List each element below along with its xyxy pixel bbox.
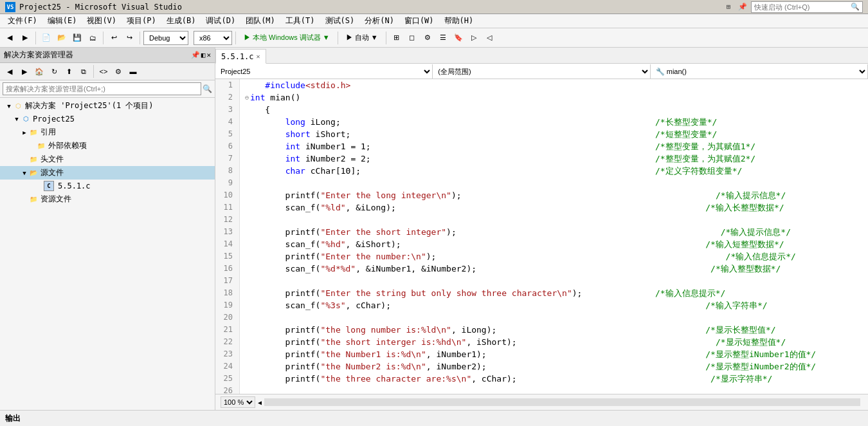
code-line-20 <box>245 311 863 324</box>
toolbar-undo-btn[interactable]: ↩ <box>107 31 121 45</box>
ln-17: 17 <box>215 275 236 287</box>
toolbar-save-all-btn[interactable]: 🗂 <box>86 31 100 45</box>
menu-build[interactable]: 生成(B) <box>161 14 201 28</box>
se-search-icon[interactable]: 🔍 <box>203 84 212 93</box>
se-sep-1 <box>93 65 94 78</box>
toolbar-fwd-btn[interactable]: ▶ <box>18 31 32 45</box>
code-line-22: printf("the short interger is:%hd\n", iS… <box>245 336 863 348</box>
project-nav-select[interactable]: Project25 <box>215 64 433 79</box>
toolbar-open-btn[interactable]: 📂 <box>55 31 69 45</box>
menu-window[interactable]: 窗口(W) <box>399 14 439 28</box>
scroll-left-btn[interactable]: ◀ <box>258 399 262 406</box>
ln-18: 18 <box>215 287 236 299</box>
bottom-bar: 100 % 75 % 125 % 150 % ◀ <box>215 394 868 410</box>
se-back-btn[interactable]: ◀ <box>3 64 17 79</box>
tree-file-551c[interactable]: C 5.5.1.c <box>0 180 215 192</box>
attach-btn[interactable]: ▶ 自动 ▼ <box>341 31 383 45</box>
filter-icon[interactable]: ⊞ <box>723 1 734 13</box>
pin-icon[interactable]: 📌 <box>737 1 748 13</box>
references-icon: 📁 <box>28 127 39 138</box>
toolbar-extra-2[interactable]: ◻ <box>405 31 419 45</box>
toolbar-extra-5[interactable]: 🔖 <box>451 31 466 45</box>
code-line-19: scan_f("%3s", cChar); /*输入字符串*/ <box>245 299 863 311</box>
menu-file[interactable]: 文件(F) <box>3 14 42 28</box>
member-nav-select[interactable]: 🔧 mian() <box>651 64 868 79</box>
se-fwd-btn[interactable]: ▶ <box>17 64 32 79</box>
tab-551c[interactable]: 5.5.1.c ✕ <box>215 49 266 64</box>
se-settings-btn[interactable]: ⚙ <box>111 64 125 79</box>
menu-tools[interactable]: 工具(T) <box>280 14 320 28</box>
tree-project[interactable]: ▼ ⬡ Project25 <box>0 113 215 125</box>
quick-launch-box[interactable]: 🔍 <box>751 1 863 13</box>
menu-debug[interactable]: 调试(D) <box>201 14 240 28</box>
code-line-14: scan_f("%hd", &iShort); /*输入短整型数据*/ <box>245 238 863 250</box>
scope-nav-select[interactable]: (全局范围) <box>433 64 650 79</box>
toolbar-extra-7[interactable]: ◁ <box>482 31 496 45</box>
ln-8: 8 <box>215 165 236 177</box>
tree-external-deps[interactable]: 📁 外部依赖项 <box>0 139 215 153</box>
tree-ref-arrow[interactable]: ▶ <box>21 129 28 136</box>
menu-test[interactable]: 测试(S) <box>320 14 360 28</box>
window-title: Project25 - Microsoft Visual Studio <box>19 3 182 12</box>
menu-analyze[interactable]: 分析(N) <box>359 14 399 28</box>
se-dock-icon[interactable]: ◧ <box>201 51 206 59</box>
toolbar-extra-4[interactable]: ☰ <box>436 31 450 45</box>
menu-help[interactable]: 帮助(H) <box>439 14 479 28</box>
tree-resources[interactable]: 📁 资源文件 <box>0 192 215 206</box>
code-editor[interactable]: 1 2 3 4 5 6 7 8 9 10 11 12 13 14 15 16 1… <box>215 79 868 394</box>
se-header: 解决方案资源管理器 📌 ◧ ✕ <box>0 48 215 63</box>
se-close-icon[interactable]: ✕ <box>206 51 211 59</box>
ln-22: 22 <box>215 336 236 348</box>
tree-solution-arrow[interactable]: ▼ <box>5 103 13 109</box>
zoom-select[interactable]: 100 % 75 % 125 % 150 % <box>221 396 255 408</box>
resources-icon: 📁 <box>28 194 39 205</box>
menu-view[interactable]: 视图(V) <box>82 14 122 28</box>
tree-references-label: 引用 <box>41 127 56 138</box>
se-refresh-btn[interactable]: ↻ <box>47 64 61 79</box>
menu-edit[interactable]: 编辑(E) <box>42 14 82 28</box>
tree-project-arrow[interactable]: ▼ <box>13 116 21 122</box>
se-home-btn[interactable]: 🏠 <box>32 64 46 79</box>
toolbar-back-btn[interactable]: ◀ <box>3 31 17 45</box>
platform-select[interactable]: x86 x64 <box>194 31 232 45</box>
ln-4: 4 <box>215 116 236 128</box>
toolbar: ◀ ▶ 📄 📂 💾 🗂 ↩ ↪ Debug Release x86 x64 ▶ … <box>0 28 868 48</box>
tree-ext-deps-label: 外部依赖项 <box>48 140 87 151</box>
menubar: 文件(F) 编辑(E) 视图(V) 项目(P) 生成(B) 调试(D) 团队(M… <box>0 14 868 28</box>
toolbar-sep-3 <box>140 32 140 44</box>
tree-references[interactable]: ▶ 📁 引用 <box>0 125 215 139</box>
se-search-input[interactable] <box>3 82 201 95</box>
config-select[interactable]: Debug Release <box>143 31 188 45</box>
main-layout: 解决方案资源管理器 📌 ◧ ✕ ◀ ▶ 🏠 ↻ ⬆ ⧉ <> ⚙ ▬ 🔍 <box>0 48 868 410</box>
code-line-10: printf("Enter the long integer\n"); /*输入… <box>245 189 863 201</box>
quick-launch-input[interactable] <box>752 2 848 12</box>
run-debug-btn[interactable]: ▶ 本地 Windows 调试器 ▼ <box>239 31 334 45</box>
tree-src-arrow[interactable]: ▼ <box>21 170 28 176</box>
collapse-2[interactable]: ⊖ <box>245 91 249 104</box>
output-label: 输出 <box>5 413 21 424</box>
code-content[interactable]: #include<stdio.h> ⊖int mian() { long iLo… <box>240 79 868 394</box>
tab-551c-label: 5.5.1.c <box>221 52 254 61</box>
se-copy-btn[interactable]: ⧉ <box>77 64 91 79</box>
toolbar-new-btn[interactable]: 📄 <box>39 31 53 45</box>
toolbar-extra-6[interactable]: ▷ <box>467 31 481 45</box>
se-collapse-btn[interactable]: ▬ <box>126 64 140 79</box>
tree-source-files[interactable]: ▼ 📂 源文件 <box>0 166 215 180</box>
tree-project-label: Project25 <box>33 115 75 124</box>
se-up-btn[interactable]: ⬆ <box>62 64 76 79</box>
se-code-icon[interactable]: <> <box>96 64 111 79</box>
toolbar-redo-btn[interactable]: ↪ <box>122 31 136 45</box>
tree-resources-label: 资源文件 <box>41 194 71 205</box>
ln-2: 2 <box>215 91 236 104</box>
code-line-3: { <box>245 104 863 116</box>
tab-551c-close[interactable]: ✕ <box>257 53 260 60</box>
toolbar-extra-3[interactable]: ⚙ <box>420 31 435 45</box>
menu-project[interactable]: 项目(P) <box>122 14 161 28</box>
toolbar-save-btn[interactable]: 💾 <box>70 31 84 45</box>
se-search-bar: 🔍 <box>0 80 215 98</box>
menu-team[interactable]: 团队(M) <box>240 14 280 28</box>
toolbar-extra-1[interactable]: ⊞ <box>390 31 404 45</box>
se-pin-icon[interactable]: 📌 <box>191 51 200 59</box>
tree-headers[interactable]: 📁 头文件 <box>0 153 215 166</box>
tree-solution[interactable]: ▼ ⬡ 解决方案 'Project25'(1 个项目) <box>0 99 215 113</box>
